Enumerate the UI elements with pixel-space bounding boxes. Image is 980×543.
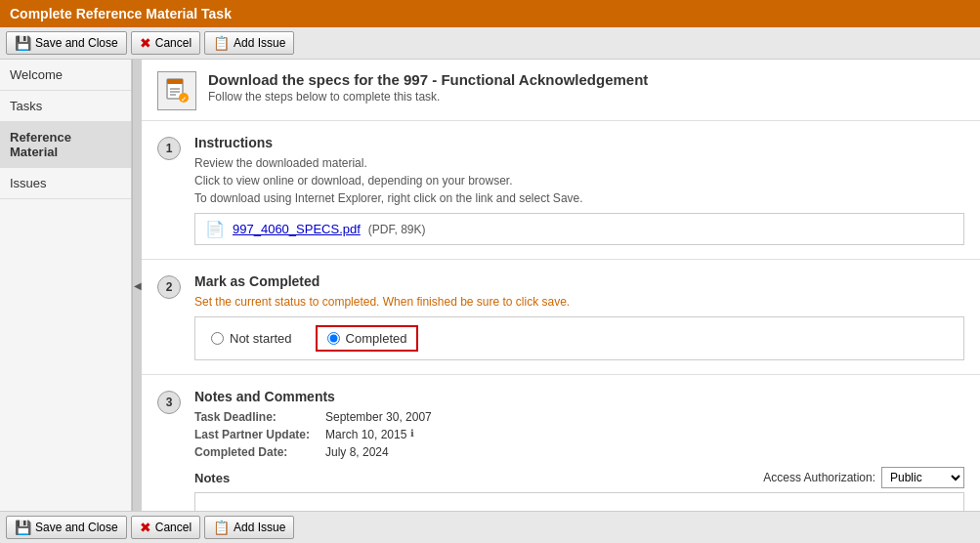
- save-and-close-button-bottom[interactable]: 💾 Save and Close: [6, 516, 127, 539]
- not-started-option[interactable]: Not started: [211, 331, 292, 346]
- not-started-label: Not started: [230, 331, 292, 346]
- task-deadline-value: September 30, 2007: [325, 410, 432, 424]
- info-icon: ℹ: [410, 428, 414, 441]
- completed-option[interactable]: Completed: [327, 331, 407, 346]
- step-1-desc3: To download using Internet Explorer, rig…: [194, 191, 964, 205]
- step-1-content: Instructions Review the downloaded mater…: [194, 135, 964, 245]
- add-issue-button-top[interactable]: 📋 Add Issue: [204, 31, 294, 55]
- add-issue-icon-top: 📋: [213, 35, 230, 51]
- sidebar: Welcome Tasks Reference Material Issues: [0, 60, 132, 511]
- top-toolbar: 💾 Save and Close ✖ Cancel 📋 Add Issue: [0, 27, 980, 60]
- file-document-icon: 📄: [205, 220, 225, 238]
- step-2-number: 2: [157, 275, 181, 299]
- step-3-section: 3 Notes and Comments Task Deadline: Sept…: [142, 375, 980, 511]
- notes-textarea[interactable]: [194, 492, 964, 511]
- notes-header-row: Notes Access Authorization: Public Priva…: [194, 467, 964, 488]
- step-2-desc: Set the current status to completed. Whe…: [194, 295, 964, 309]
- step-1-desc1: Review the downloaded material.: [194, 156, 964, 170]
- task-deadline-label: Task Deadline:: [194, 410, 321, 424]
- completed-date-row: Completed Date: July 8, 2024: [194, 445, 964, 459]
- title-bar-text: Complete Reference Material Task: [10, 6, 232, 21]
- step-1-number: 1: [157, 137, 181, 160]
- access-row: Access Authorization: Public Private Res…: [763, 467, 964, 488]
- sidebar-item-tasks[interactable]: Tasks: [0, 91, 131, 122]
- bottom-toolbar: 💾 Save and Close ✖ Cancel 📋 Add Issue: [0, 511, 980, 543]
- sidebar-collapse-handle[interactable]: ◀: [132, 60, 142, 511]
- sidebar-item-reference-material[interactable]: Reference Material: [0, 122, 131, 168]
- last-partner-update-label: Last Partner Update:: [194, 428, 321, 441]
- completed-highlight: Completed: [316, 325, 419, 352]
- step-3-content: Notes and Comments Task Deadline: Septem…: [194, 389, 964, 511]
- step-3-number: 3: [157, 391, 181, 414]
- status-box: Not started Completed: [194, 316, 964, 360]
- file-meta: (PDF, 89K): [368, 223, 426, 236]
- step-2-section: 2 Mark as Completed Set the current stat…: [142, 260, 980, 375]
- main-layout: Welcome Tasks Reference Material Issues …: [0, 60, 980, 511]
- task-document-icon: ✓: [163, 77, 191, 104]
- cancel-button-bottom[interactable]: ✖ Cancel: [131, 516, 200, 539]
- task-subtitle: Follow the steps below to complete this …: [208, 90, 964, 104]
- file-link[interactable]: 997_4060_SPECS.pdf: [233, 222, 361, 236]
- cancel-icon-bottom: ✖: [140, 520, 151, 535]
- not-started-radio[interactable]: [211, 332, 224, 345]
- sidebar-item-welcome[interactable]: Welcome: [0, 60, 131, 91]
- completed-radio[interactable]: [327, 332, 340, 345]
- task-header: ✓ Download the specs for the 997 - Funct…: [142, 60, 980, 121]
- step-2-title: Mark as Completed: [194, 273, 964, 289]
- svg-text:✓: ✓: [181, 96, 187, 103]
- cancel-button-top[interactable]: ✖ Cancel: [131, 31, 200, 55]
- save-icon-top: 💾: [15, 35, 31, 51]
- add-issue-button-bottom[interactable]: 📋 Add Issue: [204, 516, 294, 539]
- file-link-box: 📄 997_4060_SPECS.pdf (PDF, 89K): [194, 213, 964, 245]
- svg-rect-1: [167, 79, 183, 84]
- step-3-title: Notes and Comments: [194, 389, 964, 404]
- task-deadline-row: Task Deadline: September 30, 2007: [194, 410, 964, 424]
- last-partner-update-row: Last Partner Update: March 10, 2015 ℹ: [194, 428, 964, 441]
- step-1-desc2: Click to view online or download, depend…: [194, 174, 964, 188]
- completed-label: Completed: [346, 331, 407, 346]
- app-container: Complete Reference Material Task 💾 Save …: [0, 0, 980, 543]
- task-title-block: Download the specs for the 997 - Functio…: [208, 71, 964, 104]
- completed-date-label: Completed Date:: [194, 445, 321, 459]
- add-issue-icon-bottom: 📋: [213, 520, 230, 535]
- access-auth-select[interactable]: Public Private Restricted: [881, 467, 964, 488]
- main-content: ✓ Download the specs for the 997 - Funct…: [142, 60, 980, 511]
- step-1-section: 1 Instructions Review the downloaded mat…: [142, 121, 980, 260]
- cancel-icon-top: ✖: [140, 35, 151, 51]
- sidebar-item-issues[interactable]: Issues: [0, 168, 131, 199]
- title-bar: Complete Reference Material Task: [0, 0, 980, 27]
- completed-date-value: July 8, 2024: [325, 445, 389, 459]
- task-icon: ✓: [157, 71, 196, 110]
- task-title: Download the specs for the 997 - Functio…: [208, 71, 964, 88]
- notes-label: Notes: [194, 471, 230, 485]
- save-icon-bottom: 💾: [15, 520, 31, 535]
- step-1-title: Instructions: [194, 135, 964, 150]
- access-auth-label: Access Authorization:: [763, 471, 875, 484]
- last-partner-update-value: March 10, 2015: [325, 428, 406, 441]
- collapse-icon: ◀: [134, 280, 142, 291]
- save-and-close-button-top[interactable]: 💾 Save and Close: [6, 31, 127, 55]
- step-2-content: Mark as Completed Set the current status…: [194, 273, 964, 360]
